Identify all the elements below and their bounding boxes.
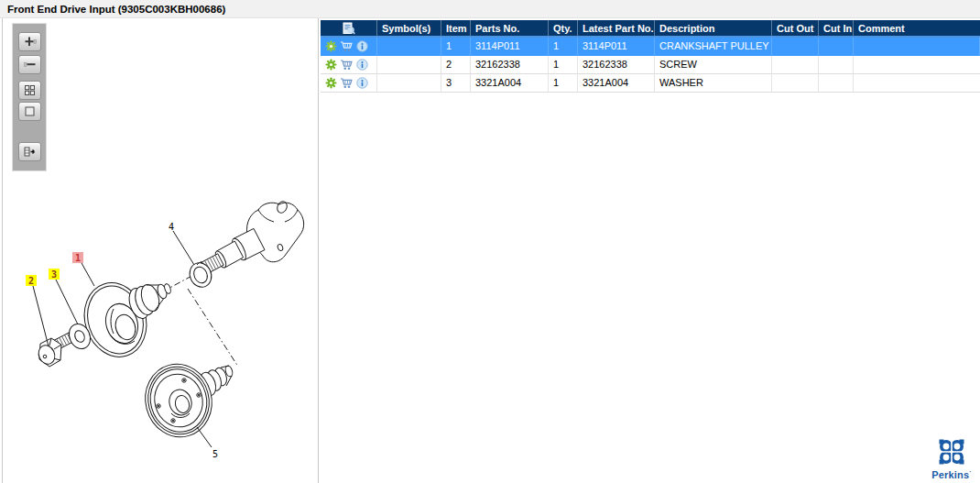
cart-icon[interactable] [340, 59, 353, 71]
cut-in-cell [819, 74, 854, 93]
col-header-qty[interactable]: Qty. [549, 20, 578, 36]
parts-no-cell: 3114P011 [471, 38, 549, 56]
table-row[interactable]: 3 3321A004 1 3321A004 WASHER [321, 74, 980, 93]
col-header-latest-part-no[interactable]: Latest Part No. [578, 20, 655, 36]
qty-cell: 1 [549, 38, 578, 56]
gear-icon[interactable] [324, 77, 337, 90]
cut-out-cell [772, 38, 819, 56]
cut-in-cell [819, 56, 854, 74]
tile-view-icon [24, 84, 36, 96]
svg-text:1: 1 [75, 253, 81, 263]
item-cell: 2 [441, 56, 471, 74]
parts-table: Symbol(s) Item Parts No. Qty. Latest Par… [321, 20, 980, 93]
info-icon[interactable] [355, 59, 368, 71]
qty-cell: 1 [549, 74, 578, 93]
callout-3[interactable]: 3 [49, 269, 60, 280]
parts-table-header: Symbol(s) Item Parts No. Qty. Latest Par… [321, 20, 980, 38]
info-icon[interactable] [355, 40, 368, 53]
report-magnifier-icon[interactable] [321, 20, 377, 36]
latest-part-no-cell: 3321A004 [578, 74, 655, 93]
diagram-panel: 1 2 3 4 5 [2, 18, 319, 483]
qty-cell: 1 [549, 56, 578, 74]
page-title: Front End Drive Input (9305C003KBH00686) [0, 0, 980, 18]
svg-text:4: 4 [169, 222, 174, 232]
svg-text:3: 3 [51, 269, 57, 280]
tile-view-button[interactable] [18, 81, 41, 100]
gear-icon[interactable] [324, 59, 337, 71]
latest-part-no-cell: 3114P011 [578, 38, 655, 56]
col-header-comment[interactable]: Comment [854, 20, 980, 36]
part-shaft-assembly[interactable] [198, 200, 304, 276]
latest-part-no-cell: 32162338 [578, 56, 655, 74]
callout-4[interactable]: 4 [169, 222, 174, 232]
cart-icon[interactable] [340, 40, 353, 53]
zoom-in-button[interactable] [18, 32, 41, 51]
comment-cell [854, 38, 980, 56]
diagram-toolbar [12, 23, 47, 171]
svg-text:5: 5 [212, 449, 218, 459]
col-header-parts-no[interactable]: Parts No. [471, 20, 549, 36]
gear-icon[interactable] [324, 40, 337, 53]
callout-5[interactable]: 5 [212, 449, 218, 459]
col-header-item[interactable]: Item [441, 20, 471, 36]
perkins-logo: Perkins· [930, 439, 974, 480]
description-cell: WASHER [655, 74, 772, 93]
col-header-symbols[interactable]: Symbol(s) [377, 20, 441, 36]
zoom-out-button[interactable] [18, 55, 41, 74]
logo-trademark: · [969, 468, 972, 475]
symbols-cell [377, 74, 441, 93]
go-to-list-button[interactable] [18, 142, 41, 161]
table-row[interactable]: 1 3114P011 1 3114P011 CRANKSHAFT PULLEY [321, 38, 980, 56]
perkins-logo-icon [939, 439, 964, 465]
item-cell: 1 [441, 38, 471, 56]
cart-icon[interactable] [340, 77, 353, 90]
exploded-parts-diagram: 1 2 3 4 5 [3, 18, 319, 483]
col-header-description[interactable]: Description [655, 20, 772, 36]
svg-text:2: 2 [28, 276, 34, 286]
fit-view-icon [24, 105, 36, 117]
part-lower-pulley[interactable] [137, 357, 234, 445]
symbols-cell [377, 56, 441, 74]
callout-1[interactable]: 1 [72, 252, 83, 263]
col-header-cut-out[interactable]: Cut Out [772, 20, 819, 36]
logo-text: Perkins [931, 469, 969, 480]
parts-no-cell: 32162338 [471, 56, 549, 74]
callout-2[interactable]: 2 [26, 275, 37, 286]
comment-cell [854, 74, 980, 93]
description-cell: CRANKSHAFT PULLEY [655, 38, 772, 56]
symbols-cell [377, 38, 441, 56]
cut-in-cell [819, 38, 854, 56]
fit-view-button[interactable] [18, 102, 41, 121]
info-icon[interactable] [355, 77, 368, 90]
parts-no-cell: 3321A004 [471, 74, 549, 93]
zoom-out-icon [24, 59, 37, 71]
description-cell: SCREW [655, 56, 772, 74]
cut-out-cell [772, 56, 819, 74]
col-header-cut-in[interactable]: Cut In [819, 20, 854, 36]
part-crankshaft-pulley[interactable] [75, 275, 172, 365]
cut-out-cell [772, 74, 819, 93]
go-to-list-icon [24, 146, 37, 158]
comment-cell [854, 56, 980, 74]
zoom-in-icon [24, 36, 37, 48]
table-row[interactable]: 2 32162338 1 32162338 SCREW [321, 56, 980, 74]
item-cell: 3 [441, 74, 471, 93]
